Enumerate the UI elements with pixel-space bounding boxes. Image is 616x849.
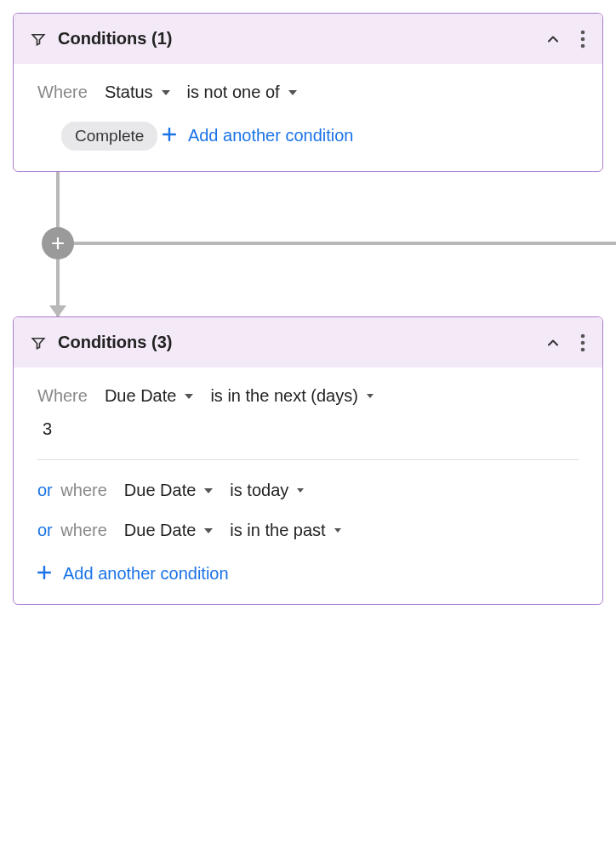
or-prefix: or where <box>37 521 107 540</box>
add-node-button[interactable] <box>42 227 74 259</box>
card-header: Conditions (3) <box>14 317 602 368</box>
svg-point-7 <box>581 333 585 338</box>
field-dropdown[interactable]: Due Date <box>105 386 194 406</box>
collapse-toggle[interactable] <box>545 334 562 351</box>
or-label: or <box>37 521 53 539</box>
more-menu[interactable] <box>580 333 585 352</box>
arrow-down-icon <box>49 305 66 317</box>
where-prefix: Where <box>37 83 88 102</box>
plus-icon <box>37 564 51 584</box>
conditions-card-2: Conditions (3) Where Due Date is in <box>13 316 603 605</box>
field-dropdown[interactable]: Due Date <box>124 521 214 540</box>
operator-label: is in the next (days) <box>210 386 357 406</box>
caret-down-icon <box>204 488 213 493</box>
caret-down-icon <box>334 528 341 533</box>
or-prefix: or where <box>37 481 107 500</box>
card-title: Conditions (3) <box>58 333 172 352</box>
card-body: Where Due Date is in the next (days) 3 o… <box>14 368 602 604</box>
where-prefix: Where <box>37 386 88 406</box>
svg-point-9 <box>581 347 585 351</box>
condition-row: or where Due Date is in the past <box>37 521 579 540</box>
field-dropdown[interactable]: Status <box>105 83 170 102</box>
collapse-toggle[interactable] <box>545 31 562 48</box>
operator-label: is in the past <box>230 521 325 540</box>
add-condition-label: Add another condition <box>63 564 229 584</box>
field-dropdown[interactable]: Due Date <box>124 481 214 500</box>
connector-line-horizontal <box>56 242 616 245</box>
svg-point-0 <box>581 30 585 34</box>
more-menu[interactable] <box>580 30 585 48</box>
caret-down-icon <box>297 488 304 493</box>
add-condition-label: Add another condition <box>188 126 354 145</box>
operator-dropdown[interactable]: is in the next (days) <box>210 386 373 406</box>
filter-icon <box>31 335 46 350</box>
field-label: Due Date <box>105 386 177 406</box>
operator-label: is today <box>230 481 288 500</box>
card-body: Where Status is not one of Complete Add … <box>14 64 602 171</box>
caret-down-icon <box>204 528 213 533</box>
where-label: where <box>60 481 106 499</box>
add-condition-button[interactable]: Add another condition <box>163 126 354 145</box>
flow-connector <box>42 172 603 316</box>
field-label: Due Date <box>124 521 197 540</box>
caret-down-icon <box>162 90 170 95</box>
or-label: or <box>37 481 53 499</box>
filter-icon <box>31 31 46 47</box>
caret-down-icon <box>367 394 374 398</box>
caret-down-icon <box>185 394 193 399</box>
card-title: Conditions (1) <box>58 29 172 48</box>
caret-down-icon <box>288 90 297 95</box>
operator-dropdown[interactable]: is in the past <box>230 521 340 540</box>
value-input[interactable]: 3 <box>41 416 579 447</box>
add-condition-button[interactable]: Add another condition <box>37 564 229 584</box>
condition-row: Where Due Date is in the next (days) <box>37 386 579 406</box>
where-label: where <box>60 521 106 539</box>
svg-point-8 <box>581 340 585 345</box>
conditions-card-1: Conditions (1) Where Status is not o <box>13 13 603 172</box>
svg-point-1 <box>581 37 585 41</box>
operator-dropdown[interactable]: is not one of <box>187 83 297 102</box>
divider <box>37 459 579 460</box>
condition-row: or where Due Date is today <box>37 481 579 500</box>
svg-point-2 <box>581 43 585 48</box>
field-label: Status <box>105 83 153 102</box>
card-header: Conditions (1) <box>14 14 602 64</box>
value-chip[interactable]: Complete <box>61 122 157 151</box>
operator-dropdown[interactable]: is today <box>230 481 304 500</box>
plus-icon <box>163 126 176 145</box>
field-label: Due Date <box>124 481 197 500</box>
operator-label: is not one of <box>187 83 280 102</box>
condition-row: Where Status is not one of <box>37 83 579 102</box>
